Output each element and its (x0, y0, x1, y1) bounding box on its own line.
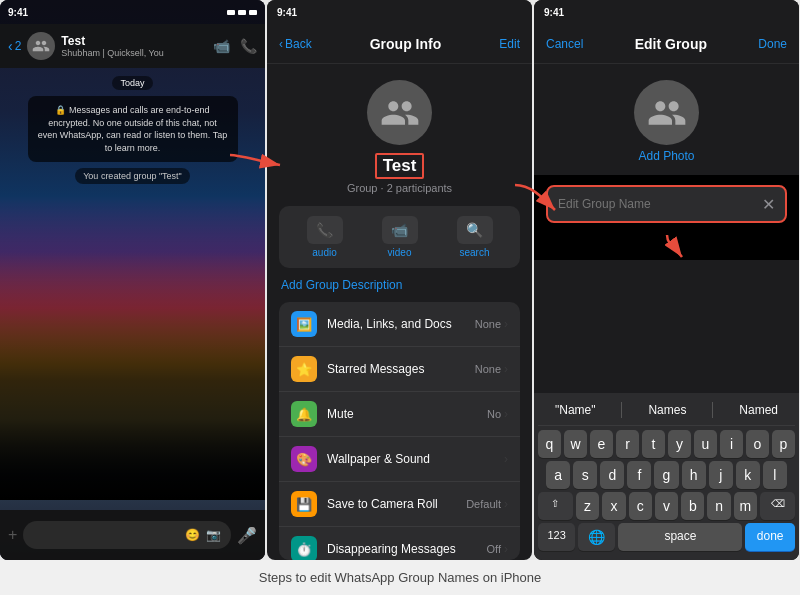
key-t[interactable]: t (642, 430, 665, 458)
gi-search-btn[interactable]: 🔍 search (447, 216, 502, 258)
key-o[interactable]: o (746, 430, 769, 458)
gi-back-chevron: ‹ (279, 37, 283, 51)
starred-title: Starred Messages (327, 362, 465, 376)
menu-item-camera-roll[interactable]: 💾 Save to Camera Roll Default › (279, 482, 520, 527)
sticker-icon[interactable]: 😊 (185, 528, 200, 542)
key-p[interactable]: p (772, 430, 795, 458)
gi-back-button[interactable]: ‹ Back (279, 37, 312, 51)
key-done[interactable]: done (745, 523, 795, 551)
video-label: video (388, 247, 412, 258)
key-w[interactable]: w (564, 430, 587, 458)
key-v[interactable]: v (655, 492, 678, 520)
keyboard-autocomplete: "Name" Names Named (538, 397, 795, 426)
key-q[interactable]: q (538, 430, 561, 458)
disappearing-value: Off › (487, 542, 508, 556)
mute-title: Mute (327, 407, 477, 421)
media-value: None › (475, 317, 508, 331)
key-space[interactable]: space (618, 523, 742, 551)
key-123[interactable]: 123 (538, 523, 575, 551)
kac-item-1[interactable]: "Name" (547, 401, 604, 419)
caption-text: Steps to edit WhatsApp Group Names on iP… (259, 570, 542, 585)
key-i[interactable]: i (720, 430, 743, 458)
key-z[interactable]: z (576, 492, 599, 520)
key-y[interactable]: y (668, 430, 691, 458)
key-g[interactable]: g (654, 461, 678, 489)
keyboard-row-3: ⇧ z x c v b n m ⌫ (538, 492, 795, 520)
gi-audio-btn[interactable]: 📞 audio (297, 216, 352, 258)
kac-divider-1 (621, 402, 622, 418)
key-e[interactable]: e (590, 430, 613, 458)
gi-action-buttons: 📞 audio 📹 video 🔍 search (279, 206, 520, 268)
key-d[interactable]: d (600, 461, 624, 489)
kac-divider-2 (712, 402, 713, 418)
menu-item-starred[interactable]: ⭐ Starred Messages None › (279, 347, 520, 392)
audio-icon: 📞 (307, 216, 343, 244)
eg-cancel-button[interactable]: Cancel (546, 37, 583, 51)
chat-avatar[interactable] (27, 32, 55, 60)
key-j[interactable]: j (709, 461, 733, 489)
eg-status-time: 9:41 (544, 7, 564, 18)
eg-done-button[interactable]: Done (758, 37, 787, 51)
kac-item-2[interactable]: Names (640, 401, 694, 419)
gi-edit-button[interactable]: Edit (499, 37, 520, 51)
mic-icon[interactable]: 🎤 (237, 526, 257, 545)
key-h[interactable]: h (682, 461, 706, 489)
panel-group-info: 9:41 ‹ Back Group Info Edit Test Group ·… (267, 0, 532, 560)
menu-item-media[interactable]: 🖼️ Media, Links, and Docs None › (279, 302, 520, 347)
media-icon: 🖼️ (291, 311, 317, 337)
menu-item-mute[interactable]: 🔔 Mute No › (279, 392, 520, 437)
key-u[interactable]: u (694, 430, 717, 458)
key-s[interactable]: s (573, 461, 597, 489)
keyboard-row-1: q w e r t y u i o p (538, 430, 795, 458)
eg-avatar[interactable] (634, 80, 699, 145)
key-n[interactable]: n (707, 492, 730, 520)
video-call-icon[interactable]: 📹 (213, 38, 230, 54)
keyboard-row-2: a s d f g h j k l (546, 461, 787, 489)
key-l[interactable]: l (763, 461, 787, 489)
back-button-chat[interactable]: ‹ 2 (8, 38, 21, 54)
wallpaper-text: Wallpaper & Sound (327, 452, 494, 466)
key-a[interactable]: a (546, 461, 570, 489)
key-k[interactable]: k (736, 461, 760, 489)
add-icon[interactable]: + (8, 526, 17, 544)
eg-name-field-area: ✕ (546, 185, 787, 223)
key-emoji[interactable]: 🌐 (578, 523, 615, 551)
key-r[interactable]: r (616, 430, 639, 458)
panel-edit-group: 9:41 Cancel Edit Group Done Add Photo ✕ (534, 0, 799, 560)
gi-menu-list: 🖼️ Media, Links, and Docs None › ⭐ Starr… (279, 302, 520, 560)
signal-icon (227, 10, 235, 15)
voice-call-icon[interactable]: 📞 (240, 38, 257, 54)
starred-icon: ⭐ (291, 356, 317, 382)
gi-group-name: Test (383, 156, 417, 175)
key-x[interactable]: x (602, 492, 625, 520)
key-shift[interactable]: ⇧ (538, 492, 573, 520)
key-c[interactable]: c (629, 492, 652, 520)
key-f[interactable]: f (627, 461, 651, 489)
panel-chat: 9:41 ‹ 2 Test Shubham | Quicksell, You 📹 (0, 0, 265, 560)
gi-header: ‹ Back Group Info Edit (267, 24, 532, 64)
key-m[interactable]: m (734, 492, 757, 520)
menu-item-wallpaper[interactable]: 🎨 Wallpaper & Sound › (279, 437, 520, 482)
gi-back-label: Back (285, 37, 312, 51)
camera-icon[interactable]: 📷 (206, 528, 221, 542)
camera-roll-text: Save to Camera Roll (327, 497, 456, 511)
wifi-icon (238, 10, 246, 15)
chat-sub: Shubham | Quicksell, You (61, 48, 207, 58)
gi-add-description[interactable]: Add Group Description (267, 268, 532, 302)
chat-header: ‹ 2 Test Shubham | Quicksell, You 📹 📞 (0, 24, 265, 68)
chat-header-action-icons: 📹 📞 (213, 38, 257, 54)
menu-item-disappearing[interactable]: ⏱️ Disappearing Messages Off › (279, 527, 520, 560)
key-delete[interactable]: ⌫ (760, 492, 795, 520)
gi-video-btn[interactable]: 📹 video (372, 216, 427, 258)
gi-status-time: 9:41 (277, 7, 297, 18)
chat-input-field[interactable]: 😊 📷 (23, 521, 231, 549)
key-b[interactable]: b (681, 492, 704, 520)
eg-add-photo-label[interactable]: Add Photo (638, 149, 694, 163)
eg-clear-button[interactable]: ✕ (762, 195, 775, 214)
eg-profile-area: Add Photo (534, 64, 799, 175)
media-title: Media, Links, and Docs (327, 317, 465, 331)
wallpaper-title: Wallpaper & Sound (327, 452, 494, 466)
gi-avatar[interactable] (367, 80, 432, 145)
kac-item-3[interactable]: Named (731, 401, 786, 419)
eg-name-input[interactable] (558, 197, 762, 211)
